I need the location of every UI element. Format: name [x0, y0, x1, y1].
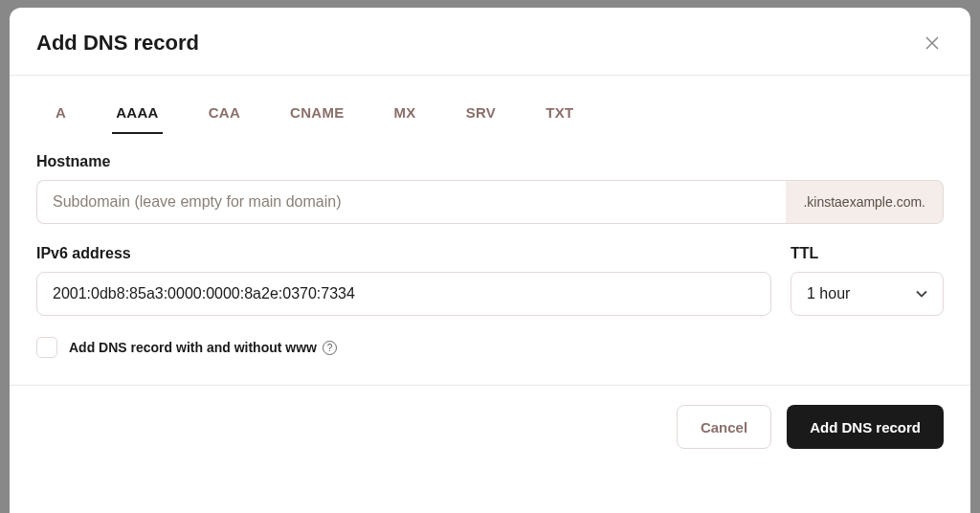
close-button[interactable]: [921, 32, 944, 55]
hostname-input-wrap: .kinstaexample.com.: [36, 180, 944, 224]
form-body: Hostname .kinstaexample.com. IPv6 addres…: [10, 134, 970, 385]
tab-txt[interactable]: TXT: [542, 93, 577, 134]
modal-footer: Cancel Add DNS record: [10, 386, 970, 472]
www-checkbox-text: Add DNS record with and without www: [69, 340, 317, 355]
www-checkbox-label: Add DNS record with and without www ?: [69, 340, 337, 355]
modal-header: Add DNS record: [10, 8, 970, 75]
ipv6-field: IPv6 address: [36, 245, 771, 316]
ttl-label: TTL: [791, 245, 944, 262]
header-divider: [10, 75, 970, 76]
tab-a[interactable]: A: [52, 93, 70, 134]
help-icon[interactable]: ?: [323, 341, 337, 355]
hostname-field: Hostname .kinstaexample.com.: [36, 153, 944, 224]
tab-cname[interactable]: CNAME: [286, 93, 348, 134]
ipv6-label: IPv6 address: [36, 245, 771, 262]
tab-mx[interactable]: MX: [390, 93, 420, 134]
tab-srv[interactable]: SRV: [462, 93, 500, 134]
record-type-tabs: A AAAA CAA CNAME MX SRV TXT: [10, 93, 970, 134]
ttl-select[interactable]: 1 hour: [791, 272, 944, 316]
ipv6-input[interactable]: [36, 272, 771, 316]
tab-aaaa[interactable]: AAAA: [112, 93, 163, 134]
tab-caa[interactable]: CAA: [205, 93, 244, 134]
close-icon: [925, 36, 939, 50]
hostname-domain-suffix: .kinstaexample.com.: [786, 180, 944, 224]
dns-record-modal: Add DNS record A AAAA CAA CNAME MX SRV T…: [10, 8, 970, 513]
hostname-label: Hostname: [36, 153, 944, 170]
www-checkbox[interactable]: [36, 337, 57, 358]
cancel-button[interactable]: Cancel: [677, 405, 771, 449]
chevron-down-icon: [916, 290, 927, 298]
ttl-value: 1 hour: [807, 285, 916, 302]
www-checkbox-row: Add DNS record with and without www ?: [36, 337, 944, 358]
hostname-input[interactable]: [36, 180, 786, 224]
ttl-field: TTL 1 hour: [791, 245, 944, 316]
modal-title: Add DNS record: [36, 31, 199, 56]
submit-button[interactable]: Add DNS record: [787, 405, 944, 449]
